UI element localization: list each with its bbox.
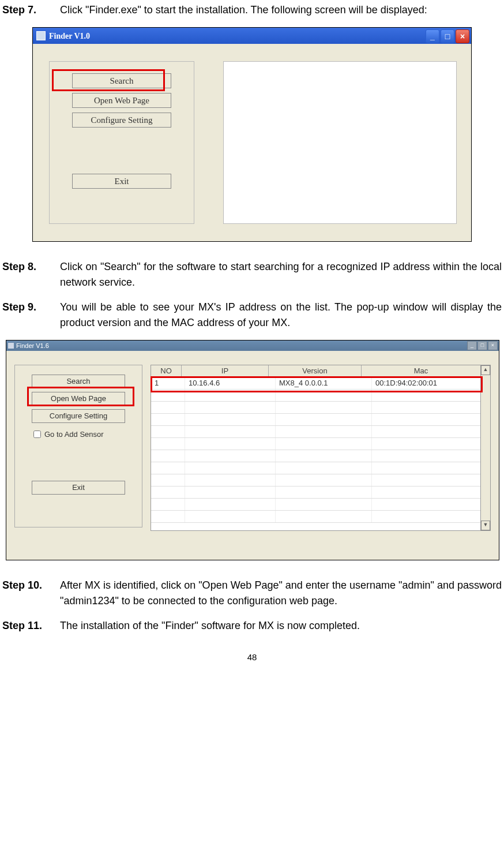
configure-setting-button[interactable]: Configure Setting <box>72 113 171 128</box>
maximize-button[interactable]: □ <box>477 341 487 350</box>
table-row <box>151 462 481 474</box>
step9-text: You will be able to see your MX's IP add… <box>60 300 502 331</box>
step10-label: Step 10. <box>2 578 60 609</box>
app-icon <box>8 343 14 349</box>
step11-text: The installation of the "Finder" softwar… <box>60 618 502 634</box>
results-panel-fig1 <box>223 61 457 224</box>
table-row <box>151 414 481 426</box>
table-row <box>151 474 481 487</box>
minimize-button[interactable]: _ <box>467 341 477 350</box>
step7-label: Step 7. <box>2 2 60 18</box>
open-web-page-button[interactable]: Open Web Page <box>72 93 171 108</box>
col-ip: IP <box>182 365 269 377</box>
table-row <box>151 511 481 523</box>
highlight-search-fig1 <box>52 69 165 91</box>
page-number: 48 <box>2 651 502 664</box>
table-row <box>151 499 481 511</box>
col-no: NO <box>151 365 182 377</box>
highlight-result-row <box>151 376 483 392</box>
window-title-fig1: Finder V1.0 <box>49 30 90 42</box>
close-button[interactable]: × <box>488 341 498 350</box>
screenshot-finder-v1: Finder V1.0 _ □ × Search Open Web Page C… <box>32 27 472 242</box>
table-row <box>151 487 481 499</box>
window-title-fig2: Finder V1.6 <box>16 341 49 351</box>
table-row <box>151 402 481 414</box>
table-header: NO IP Version Mac <box>151 365 481 377</box>
configure-setting-button[interactable]: Configure Setting <box>32 409 125 423</box>
maximize-button[interactable]: □ <box>441 29 454 43</box>
step10-text: After MX is identified, click on "Open W… <box>60 578 502 609</box>
close-button[interactable]: × <box>456 29 469 43</box>
col-version: Version <box>269 365 362 377</box>
checkbox-input[interactable] <box>33 431 41 438</box>
screenshot-finder-v1-6: Finder V1.6 _ □ × Search Open Web Page C… <box>6 340 499 560</box>
col-mac: Mac <box>362 365 481 377</box>
step8-text: Click on "Search" for the software to st… <box>60 259 502 290</box>
go-to-add-sensor-checkbox[interactable]: Go to Add Sensor <box>31 429 142 440</box>
step7-text: Click "Finder.exe" to start the installa… <box>60 2 502 18</box>
minimize-button[interactable]: _ <box>426 29 439 43</box>
scroll-up-icon[interactable]: ▲ <box>481 365 490 375</box>
exit-button[interactable]: Exit <box>72 174 171 189</box>
table-row <box>151 450 481 462</box>
scroll-down-icon[interactable]: ▼ <box>481 521 490 530</box>
table-row <box>151 438 481 450</box>
app-icon <box>36 31 46 40</box>
titlebar-fig1: Finder V1.0 <box>33 28 471 44</box>
table-row <box>151 426 481 438</box>
highlight-open-web-page <box>27 387 134 406</box>
step11-label: Step 11. <box>2 618 60 634</box>
exit-button[interactable]: Exit <box>32 481 125 495</box>
checkbox-label: Go to Add Sensor <box>44 429 104 440</box>
step9-label: Step 9. <box>2 300 60 331</box>
titlebar-fig2: Finder V1.6 <box>6 340 499 351</box>
step8-label: Step 8. <box>2 259 60 290</box>
